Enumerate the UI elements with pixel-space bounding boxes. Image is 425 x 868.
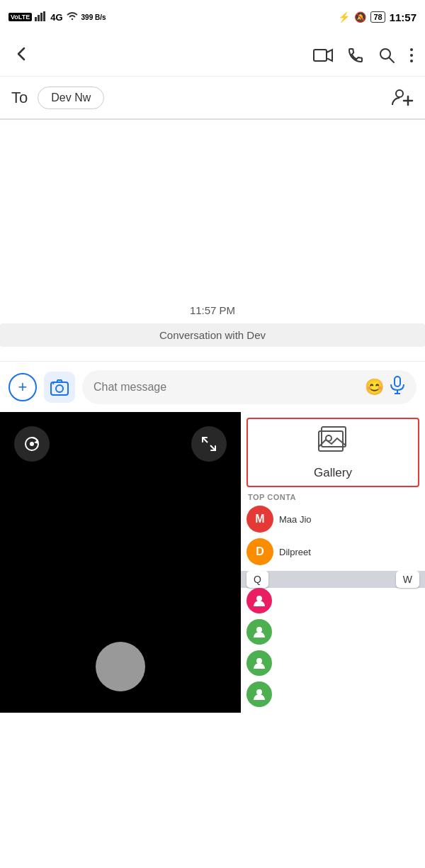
add-contact-button[interactable] — [391, 87, 414, 109]
right-panel: Gallery TOP CONTA M Maa Jio D Dilpreet Q… — [241, 412, 425, 713]
svg-point-30 — [256, 658, 262, 664]
to-label: To — [11, 89, 28, 107]
to-bar: To Dev Nw — [0, 77, 425, 119]
svg-rect-3 — [43, 11, 45, 21]
svg-rect-1 — [38, 15, 40, 21]
svg-line-23 — [203, 438, 208, 443]
contact-avatar-dilpreet: D — [246, 538, 273, 565]
camera-expand-button[interactable] — [191, 426, 227, 462]
bottom-panel: Gallery TOP CONTA M Maa Jio D Dilpreet Q… — [0, 412, 425, 713]
phone-call-button[interactable] — [347, 47, 364, 64]
mic-button[interactable] — [390, 376, 405, 399]
svg-rect-2 — [40, 13, 42, 21]
status-bar-right: ⚡ 🔕 78 11:57 — [338, 11, 416, 23]
svg-rect-0 — [35, 17, 37, 21]
add-attachment-button[interactable]: + — [8, 373, 37, 401]
message-input-wrapper: 😊 — [82, 370, 416, 404]
svg-rect-26 — [322, 427, 346, 447]
more-contact-item[interactable] — [246, 650, 419, 676]
action-bar — [0, 34, 425, 77]
contact-name-maa: Maa Jio — [279, 514, 312, 525]
bluetooth-icon: ⚡ — [338, 11, 350, 23]
signal-strength — [35, 11, 47, 23]
svg-point-9 — [410, 54, 413, 57]
svg-point-22 — [30, 442, 34, 446]
chat-input-bar: + 😊 — [0, 361, 425, 412]
message-input[interactable] — [94, 381, 359, 394]
svg-marker-5 — [327, 50, 332, 61]
key-w[interactable]: W — [396, 571, 419, 588]
more-contacts — [241, 588, 425, 713]
more-options-button[interactable] — [409, 47, 414, 64]
gallery-label: Gallery — [314, 466, 352, 480]
svg-point-31 — [256, 689, 262, 695]
battery-indicator: 78 — [370, 11, 385, 23]
more-contact-avatar — [246, 619, 272, 645]
camera-shutter-button[interactable] — [96, 642, 145, 691]
gallery-button[interactable]: Gallery — [246, 418, 419, 487]
recipient-chip[interactable]: Dev Nw — [38, 87, 104, 109]
gallery-icon — [317, 425, 348, 460]
svg-line-24 — [210, 445, 215, 450]
svg-rect-17 — [395, 377, 400, 386]
contact-name-dilpreet: Dilpreet — [279, 547, 311, 557]
network-type: 4G — [50, 12, 62, 23]
camera-attach-button[interactable] — [44, 372, 75, 403]
back-button[interactable] — [11, 44, 31, 67]
clock: 11:57 — [390, 11, 416, 23]
more-contact-avatar — [246, 650, 272, 676]
svg-point-11 — [396, 90, 403, 97]
contact-item[interactable]: D Dilpreet — [246, 538, 419, 565]
more-contact-item[interactable] — [246, 619, 419, 645]
action-icons — [313, 47, 414, 64]
more-contact-avatar — [246, 588, 272, 613]
svg-point-8 — [410, 48, 413, 51]
volte-badge: VoLTE — [8, 13, 32, 21]
video-call-button[interactable] — [313, 48, 333, 63]
svg-point-28 — [256, 596, 262, 601]
contact-item[interactable]: M Maa Jio — [246, 506, 419, 533]
top-contacts-section: TOP CONTA M Maa Jio D Dilpreet — [241, 493, 425, 571]
svg-line-7 — [389, 57, 394, 62]
svg-point-10 — [410, 60, 413, 62]
conversation-label: Conversation with Dev — [0, 323, 425, 347]
svg-point-15 — [56, 385, 63, 392]
svg-marker-21 — [34, 440, 38, 444]
status-bar: VoLTE 4G 399 B/s ⚡ 🔕 78 11:57 — [0, 0, 425, 34]
status-bar-left: VoLTE 4G 399 B/s — [8, 11, 106, 23]
more-contact-avatar — [246, 681, 272, 707]
keyboard-strip: Q W — [241, 571, 425, 588]
message-area: 11:57 PM Conversation with Dev — [0, 120, 425, 361]
svg-rect-4 — [314, 50, 327, 61]
emoji-button[interactable]: 😊 — [365, 378, 384, 396]
top-contacts-header: TOP CONTA — [246, 493, 419, 501]
search-button[interactable] — [378, 47, 395, 64]
camera-view — [0, 412, 241, 713]
more-contact-item[interactable] — [246, 588, 419, 613]
message-timestamp: 11:57 PM — [190, 304, 235, 316]
network-speed: 399 B/s — [81, 13, 106, 21]
more-contact-item[interactable] — [246, 681, 419, 707]
svg-point-29 — [256, 627, 262, 633]
camera-rotate-button[interactable] — [14, 426, 50, 462]
wifi-icon — [66, 11, 79, 23]
contact-avatar-maa: M — [246, 506, 273, 533]
mute-icon: 🔕 — [354, 11, 366, 23]
key-q[interactable]: Q — [246, 571, 268, 588]
